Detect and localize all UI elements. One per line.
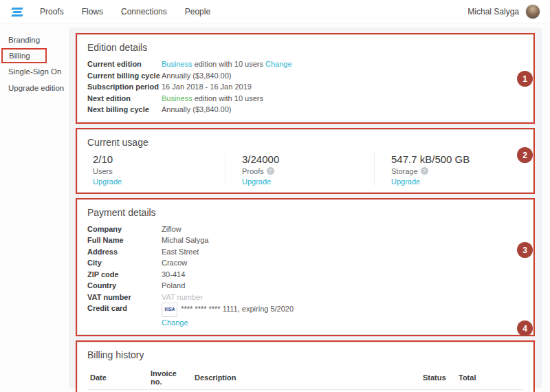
field-row-next-billing-cycle: Next billing cycle Annually ($3,840.00) [87, 104, 523, 116]
field-label: Subscription period [87, 81, 162, 93]
field-row-credit-card: Credit card VISA**** **** **** 1111, exp… [87, 303, 523, 317]
field-value: Ziflow [162, 224, 182, 235]
payment-details-card: Payment details Company Ziflow Full Name… [77, 199, 534, 336]
nav-connections[interactable]: Connections [121, 7, 167, 17]
field-value: Annually ($3,840.00) [162, 104, 232, 116]
top-navbar: Proofs Flows Connections People Michal S… [0, 0, 550, 23]
field-value: East Street [162, 246, 199, 258]
card-title: Payment details [87, 207, 523, 218]
field-row-country: Country Poland [87, 280, 523, 292]
field-label: VAT number [87, 292, 162, 303]
settings-sidebar: Branding Billing Single-Sign On Upgrade … [0, 32, 69, 96]
status-badge: Settled [420, 390, 456, 392]
edition-name: Business [162, 60, 192, 68]
annotation-circle-4: 4 [517, 320, 533, 336]
billing-history-table: Date Invoice no. Description Status Tota… [87, 366, 523, 392]
invoice-date: 16 January 2018 [87, 390, 148, 392]
field-label: City [87, 257, 162, 269]
field-row-address: Address East Street [87, 246, 523, 258]
card-title: Edition details [87, 42, 523, 53]
field-row-change-card: Change [87, 317, 523, 329]
field-value: Michal Salyga [162, 235, 208, 246]
field-row-zip-code: ZIP code 30-414 [87, 269, 523, 281]
annotation-circle-1: 1 [517, 71, 533, 87]
field-row-city: City Cracow [87, 257, 523, 269]
card-title: Current usage [87, 137, 523, 148]
col-header-total: Total [456, 366, 500, 390]
invoice-description: Business Edition with 10 users 16 Jan 20… [192, 390, 420, 392]
billing-page: Edition details Current edition Business… [69, 28, 542, 388]
storage-usage-value: 547.7 kB/500 GB [391, 153, 523, 165]
field-value: 16 Jan 2018 - 16 Jan 2019 [162, 81, 252, 93]
usage-columns: 2/10 Users Upgrade 3/24000 Proofs? Upgra… [87, 153, 523, 186]
col-header-actions [500, 366, 523, 390]
field-row-vat-number: VAT number [87, 292, 523, 303]
field-row-company: Company Ziflow [87, 224, 523, 235]
field-row-next-edition: Next edition Business edition with 10 us… [87, 93, 523, 105]
upgrade-storage-link[interactable]: Upgrade [391, 177, 420, 186]
avatar[interactable] [525, 4, 540, 19]
col-header-status: Status [420, 366, 456, 390]
nav-flows[interactable]: Flows [82, 7, 103, 17]
change-card-link[interactable]: Change [162, 318, 188, 327]
user-menu[interactable]: Michal Salyga [468, 4, 540, 19]
table-header-row: Date Invoice no. Description Status Tota… [87, 366, 523, 390]
field-label: Next billing cycle [87, 104, 162, 116]
field-label: Company [87, 224, 162, 235]
credit-card-value: VISA**** **** **** 1111, expiring 5/2020 [162, 303, 294, 317]
field-label: Next edition [87, 93, 162, 105]
change-edition-link[interactable]: Change [265, 60, 292, 68]
sidebar-item-upgrade-edition[interactable]: Upgrade edition [0, 80, 69, 96]
annotation-box-4: Billing history Date Invoice no. Descrip… [76, 340, 535, 392]
main-nav: Proofs Flows Connections People [40, 7, 210, 17]
edition-details-card: Edition details Current edition Business… [77, 34, 534, 122]
annotation-box-billing: Billing [1, 48, 47, 63]
col-header-description: Description [192, 366, 420, 390]
field-label: Credit card [87, 303, 162, 317]
field-value: Poland [162, 280, 185, 292]
annotation-box-3: Payment details Company Ziflow Full Name… [76, 198, 535, 337]
annotation-circle-2: 2 [517, 147, 533, 163]
field-value: Business edition with 10 users Change [162, 58, 292, 70]
next-edition-name: Business [162, 94, 192, 102]
user-name: Michal Salyga [468, 7, 519, 17]
sidebar-item-single-sign-on[interactable]: Single-Sign On [0, 63, 69, 80]
users-usage-value: 2/10 [93, 153, 225, 165]
field-row-full-name: Full Name Michal Salyga [87, 235, 523, 246]
billing-history-card: Billing history Date Invoice no. Descrip… [77, 342, 534, 392]
help-icon[interactable]: ? [267, 167, 274, 175]
field-row-current-edition: Current edition Business edition with 10… [87, 58, 523, 70]
field-label: Current billing cycle [87, 70, 162, 82]
usage-users: 2/10 Users Upgrade [87, 153, 225, 186]
proofs-usage-value: 3/24000 [242, 153, 374, 165]
annotation-box-2: Current usage 2/10 Users Upgrade 3/24000… [76, 128, 535, 194]
sidebar-item-billing[interactable]: Billing [3, 50, 45, 62]
field-row-subscription-period: Subscription period 16 Jan 2018 - 16 Jan… [87, 81, 523, 93]
nav-proofs[interactable]: Proofs [40, 7, 64, 17]
field-label: ZIP code [87, 269, 162, 281]
upgrade-proofs-link[interactable]: Upgrade [242, 177, 271, 186]
field-value: Cracow [162, 257, 187, 269]
field-label: Full Name [87, 235, 162, 246]
help-icon[interactable]: ? [421, 167, 428, 175]
field-label: Current edition [87, 58, 162, 70]
vat-number-input[interactable] [162, 292, 251, 303]
field-label: Country [87, 280, 162, 292]
col-header-date: Date [87, 366, 148, 390]
storage-usage-label: Storage? [391, 167, 523, 175]
ziflow-logo-icon[interactable] [10, 6, 25, 17]
visa-icon: VISA [162, 303, 177, 317]
usage-storage: 547.7 kB/500 GB Storage? Upgrade [374, 153, 523, 186]
col-header-invoice: Invoice no. [148, 366, 192, 390]
nav-people[interactable]: People [185, 7, 210, 17]
field-value: Business edition with 10 users [162, 93, 263, 105]
proofs-usage-label: Proofs? [242, 167, 374, 175]
field-label: Address [87, 246, 162, 258]
sidebar-item-branding[interactable]: Branding [0, 32, 69, 48]
field-value: 30-414 [162, 269, 185, 281]
field-value: Annually ($3,840.00) [162, 70, 232, 82]
annotation-box-1: Edition details Current edition Business… [76, 33, 535, 124]
card-title: Billing history [87, 349, 523, 360]
field-row-current-billing-cycle: Current billing cycle Annually ($3,840.0… [87, 70, 523, 82]
upgrade-users-link[interactable]: Upgrade [93, 177, 122, 186]
